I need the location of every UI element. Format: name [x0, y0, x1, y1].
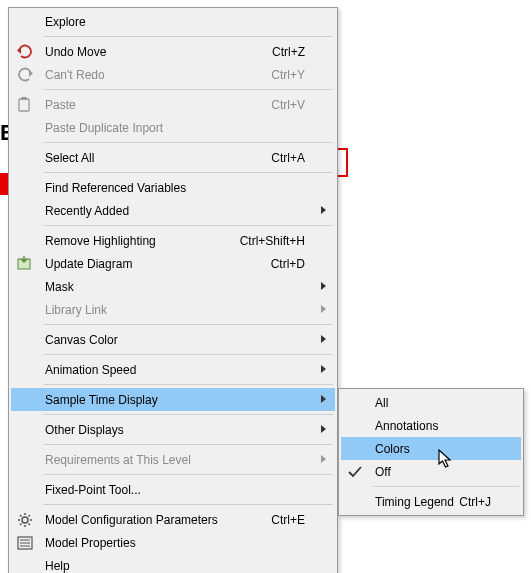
icon-slot	[11, 229, 39, 252]
menu-item-label: Can't Redo	[39, 68, 271, 82]
menu-item-label: Colors	[369, 442, 503, 456]
menu-separator	[43, 444, 333, 445]
menu-item-help[interactable]: Help	[11, 554, 335, 573]
menu-item-sample-time-display[interactable]: Sample Time Display	[11, 388, 335, 411]
menu-item-label: Fixed-Point Tool...	[39, 483, 317, 497]
icon-slot	[341, 391, 369, 414]
menu-item-explore[interactable]: Explore	[11, 10, 335, 33]
submenu-arrow-slot	[317, 455, 331, 464]
menu-item-label: Model Properties	[39, 536, 317, 550]
icon-slot	[11, 508, 39, 531]
menu-item-undo-move[interactable]: Undo MoveCtrl+Z	[11, 40, 335, 63]
menu-item-find-referenced-variables[interactable]: Find Referenced Variables	[11, 176, 335, 199]
icon-slot	[341, 490, 369, 513]
menu-item-off[interactable]: Off	[341, 460, 521, 483]
icon-slot	[11, 478, 39, 501]
chevron-right-icon	[321, 365, 327, 374]
menu-item-recently-added[interactable]: Recently Added	[11, 199, 335, 222]
menu-separator	[43, 172, 333, 173]
menu-item-animation-speed[interactable]: Animation Speed	[11, 358, 335, 381]
submenu-arrow-slot	[317, 282, 331, 291]
chevron-right-icon	[321, 455, 327, 464]
menu-item-shortcut: Ctrl+J	[459, 495, 503, 509]
icon-slot	[11, 298, 39, 321]
menu-separator	[43, 474, 333, 475]
menu-item-shortcut: Ctrl+Z	[272, 45, 317, 59]
menu-item-label: Model Configuration Parameters	[39, 513, 271, 527]
menu-item-remove-highlighting[interactable]: Remove HighlightingCtrl+Shift+H	[11, 229, 335, 252]
icon-slot	[11, 252, 39, 275]
undo-icon	[17, 44, 33, 60]
menu-item-model-configuration-parameters[interactable]: Model Configuration ParametersCtrl+E	[11, 508, 335, 531]
chevron-right-icon	[321, 282, 327, 291]
menu-item-all[interactable]: All	[341, 391, 521, 414]
menu-separator	[43, 324, 333, 325]
submenu-arrow-slot	[317, 335, 331, 344]
icon-slot	[11, 358, 39, 381]
icon-slot	[341, 414, 369, 437]
menu-item-fixed-point-tool[interactable]: Fixed-Point Tool...	[11, 478, 335, 501]
icon-slot	[11, 388, 39, 411]
menu-item-model-properties[interactable]: Model Properties	[11, 531, 335, 554]
menu-item-canvas-color[interactable]: Canvas Color	[11, 328, 335, 351]
icon-slot	[11, 40, 39, 63]
menu-item-select-all[interactable]: Select AllCtrl+A	[11, 146, 335, 169]
menu-item-label: Animation Speed	[39, 363, 317, 377]
menu-item-label: Recently Added	[39, 204, 317, 218]
icon-slot	[11, 176, 39, 199]
menu-separator	[43, 225, 333, 226]
chevron-right-icon	[321, 305, 327, 314]
menu-item-update-diagram[interactable]: Update DiagramCtrl+D	[11, 252, 335, 275]
submenu-arrow-slot	[317, 425, 331, 434]
gear-icon	[17, 512, 33, 528]
menu-item-label: Paste Duplicate Inport	[39, 121, 317, 135]
chevron-right-icon	[321, 335, 327, 344]
properties-icon	[17, 535, 33, 551]
menu-item-label: Undo Move	[39, 45, 272, 59]
chevron-right-icon	[321, 425, 327, 434]
menu-item-label: Paste	[39, 98, 271, 112]
menu-item-label: Other Displays	[39, 423, 317, 437]
menu-item-shortcut: Ctrl+V	[271, 98, 317, 112]
menu-item-annotations[interactable]: Annotations	[341, 414, 521, 437]
icon-slot	[11, 275, 39, 298]
icon-slot	[11, 418, 39, 441]
submenu-arrow-slot	[317, 206, 331, 215]
submenu-arrow-slot	[317, 365, 331, 374]
menu-item-other-displays[interactable]: Other Displays	[11, 418, 335, 441]
icon-slot	[11, 531, 39, 554]
icon-slot	[11, 93, 39, 116]
menu-item-label: Sample Time Display	[39, 393, 317, 407]
icon-slot	[11, 199, 39, 222]
menu-item-label: Remove Highlighting	[39, 234, 240, 248]
menu-item-shortcut: Ctrl+E	[271, 513, 317, 527]
menu-item-label: All	[369, 396, 503, 410]
menu-item-label: Annotations	[369, 419, 503, 433]
menu-item-label: Mask	[39, 280, 317, 294]
icon-slot	[341, 437, 369, 460]
menu-separator	[43, 89, 333, 90]
menu-item-colors[interactable]: Colors	[341, 437, 521, 460]
menu-separator	[43, 354, 333, 355]
menu-separator	[43, 504, 333, 505]
menu-item-label: Find Referenced Variables	[39, 181, 317, 195]
icon-slot	[11, 116, 39, 139]
menu-item-timing-legend[interactable]: Timing LegendCtrl+J	[341, 490, 521, 513]
icon-slot	[11, 10, 39, 33]
menu-item-label: Off	[369, 465, 503, 479]
menu-item-shortcut: Ctrl+Shift+H	[240, 234, 317, 248]
menu-item-mask[interactable]: Mask	[11, 275, 335, 298]
menu-separator	[43, 414, 333, 415]
menu-item-paste: PasteCtrl+V	[11, 93, 335, 116]
menu-item-label: Help	[39, 559, 317, 573]
paste-gray-icon	[17, 97, 33, 113]
update-icon	[17, 256, 33, 272]
icon-slot	[341, 460, 369, 483]
menu-item-label: Library Link	[39, 303, 317, 317]
menu-item-label: Canvas Color	[39, 333, 317, 347]
icon-slot	[11, 554, 39, 573]
menu-item-label: Requirements at This Level	[39, 453, 317, 467]
icon-slot	[11, 63, 39, 86]
menu-item-shortcut: Ctrl+D	[271, 257, 317, 271]
menu-item-label: Explore	[39, 15, 317, 29]
